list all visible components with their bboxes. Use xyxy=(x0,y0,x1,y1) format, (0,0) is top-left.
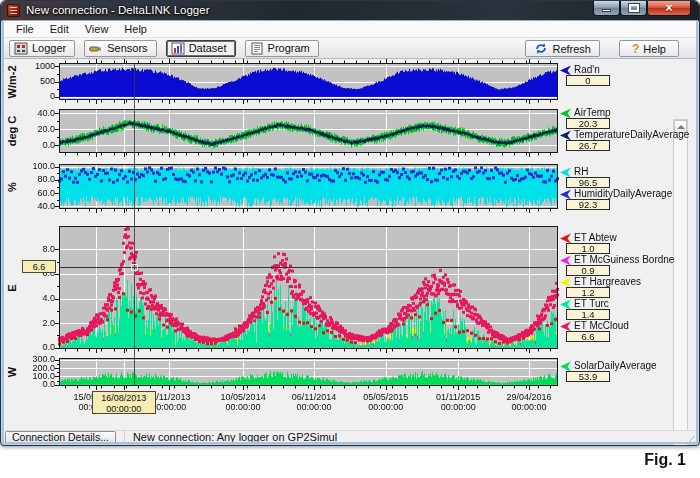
y-axis-unit-humidity: % xyxy=(5,157,19,217)
menu-edit[interactable]: Edit xyxy=(42,22,77,36)
app-window: New connection - DeltaLINK Logger × File… xyxy=(0,0,700,446)
minimize-button[interactable] xyxy=(593,1,620,16)
titlebar: New connection - DeltaLINK Logger × xyxy=(1,1,699,21)
chart-region: 6.6 16/08/2013 00:00:00 W/m-205001000Rad… xyxy=(1,59,700,431)
x-tick-label: 10/05/201400:00:00 xyxy=(208,392,278,412)
window-controls: × xyxy=(593,1,691,16)
plot-solar[interactable] xyxy=(51,353,560,393)
refresh-button[interactable]: Refresh xyxy=(525,40,600,57)
legend-temperature: AirTemp20.3TemperatureDailyAverage26.7 xyxy=(559,108,693,152)
series-name: HumidityDailyAverage xyxy=(574,189,672,199)
y-tick-label: 40.0 xyxy=(21,109,55,118)
help-button[interactable]: ? Help xyxy=(619,40,679,57)
legend-item: SolarDailyAverage53.9 xyxy=(559,361,693,382)
status-text: New connection: Any logger on GP2Simul xyxy=(124,431,337,444)
page: New connection - DeltaLINK Logger × File… xyxy=(0,0,700,478)
legend-solar: SolarDailyAverage53.9 xyxy=(559,361,693,383)
menu-help[interactable]: Help xyxy=(116,22,155,36)
series-arrow-icon xyxy=(559,277,572,288)
y-tick-label: 4.0 xyxy=(21,294,55,303)
y-tick-label: 40.0 xyxy=(21,202,55,211)
x-tick-label: 05/05/201500:00:00 xyxy=(351,392,421,412)
maximize-button[interactable] xyxy=(620,1,647,16)
y-tick-label: 2.0 xyxy=(21,319,55,328)
legend-item: Rad'n0 xyxy=(559,65,693,86)
y-tick-label: 1000 xyxy=(21,62,55,71)
x-tick-time: 00:00:00 xyxy=(279,402,349,412)
plot-humidity[interactable] xyxy=(51,159,560,216)
series-arrow-icon xyxy=(559,130,572,141)
cursor-date-box[interactable]: 16/08/2013 00:00:00 xyxy=(92,391,156,414)
dataset-tab-button[interactable]: Dataset xyxy=(166,40,236,57)
dataset-icon xyxy=(171,42,185,55)
toolbar: Logger Sensors Dataset Program Refresh xyxy=(4,38,698,59)
sensors-icon xyxy=(89,42,103,55)
plot-temperature[interactable] xyxy=(51,104,560,160)
series-cursor-value: 20.3 xyxy=(566,118,610,129)
plot-evapotranspiration[interactable] xyxy=(51,221,560,356)
y-tick-label: 80.0 xyxy=(21,175,55,184)
plot-radiation[interactable] xyxy=(51,58,560,107)
close-button[interactable]: × xyxy=(647,1,691,16)
y-tick-label: 200.0 xyxy=(21,364,55,373)
program-tab-button[interactable]: Program xyxy=(245,40,319,57)
series-cursor-value: 6.6 xyxy=(566,331,610,342)
x-tick-label: 06/11/201400:00:00 xyxy=(279,392,349,412)
help-label: Help xyxy=(643,43,666,55)
series-cursor-value: 96.5 xyxy=(566,177,610,188)
y-tick-label: 100.0 xyxy=(21,372,55,381)
cursor-vertical-line[interactable] xyxy=(134,63,135,386)
series-name: SolarDailyAverage xyxy=(574,361,657,371)
legend-item: RH96.5 xyxy=(559,167,693,188)
resize-grip[interactable] xyxy=(684,432,695,443)
connection-details-button[interactable]: Connection Details... xyxy=(5,431,116,444)
legend-item: ET Hargreaves1.2 xyxy=(559,277,693,298)
y-axis-unit-evapotranspiration: E xyxy=(5,258,19,318)
cursor-time: 00:00:00 xyxy=(93,404,155,415)
y-tick-label: 300.0 xyxy=(21,355,55,364)
help-icon: ? xyxy=(632,42,639,56)
app-icon xyxy=(7,4,20,17)
series-cursor-value: 53.9 xyxy=(566,371,610,382)
y-tick-label: 500 xyxy=(21,77,55,86)
y-tick-label: 0 xyxy=(21,92,55,101)
x-tick-label: 01/11/201500:00:00 xyxy=(423,392,493,412)
y-tick-label: 60.0 xyxy=(21,189,55,198)
logger-tab-label: Logger xyxy=(32,42,66,54)
cursor-et-value-box[interactable]: 6.6 xyxy=(22,260,56,273)
menu-file[interactable]: File xyxy=(8,22,42,36)
series-name: ET Hargreaves xyxy=(574,277,641,287)
x-tick-time: 00:00:00 xyxy=(494,402,564,412)
series-name: TemperatureDailyAverage xyxy=(574,130,689,140)
series-name: RH xyxy=(574,167,588,177)
cursor-date: 16/08/2013 xyxy=(93,393,155,404)
cursor-marker[interactable] xyxy=(131,264,138,271)
y-tick-label: 100.0 xyxy=(21,162,55,171)
series-arrow-icon xyxy=(559,65,572,76)
maximize-icon xyxy=(629,4,639,12)
series-cursor-value: 26.7 xyxy=(566,140,610,151)
series-arrow-icon xyxy=(559,255,572,266)
menu-view[interactable]: View xyxy=(77,22,117,36)
toolbar-right: Refresh ? Help xyxy=(525,40,688,57)
refresh-label: Refresh xyxy=(552,43,591,55)
series-cursor-value: 92.3 xyxy=(566,199,610,210)
series-arrow-icon xyxy=(559,233,572,244)
series-arrow-icon xyxy=(559,189,572,200)
y-tick-label: 0.0 xyxy=(21,343,55,352)
series-cursor-value: 1.0 xyxy=(566,243,610,254)
series-name: ET McCloud xyxy=(574,321,629,331)
series-name: ET Turc xyxy=(574,299,609,309)
program-icon xyxy=(250,42,264,55)
y-tick-label: 20.0 xyxy=(21,125,55,134)
dataset-tab-label: Dataset xyxy=(189,42,227,54)
y-axis-unit-solar: W xyxy=(5,342,19,402)
x-tick-time: 00:00:00 xyxy=(351,402,421,412)
x-tick-label: 29/04/201600:00:00 xyxy=(494,392,564,412)
series-name: AirTemp xyxy=(574,108,611,118)
legend-evapotranspiration: ET Abtew1.0ET McGuiness Bordne0.9ET Harg… xyxy=(559,233,693,343)
figure-caption: Fig. 1 xyxy=(644,451,686,469)
minimize-icon xyxy=(602,9,611,12)
x-tick-time: 00:00:00 xyxy=(423,402,493,412)
sensors-tab-button[interactable]: Sensors xyxy=(84,40,156,57)
